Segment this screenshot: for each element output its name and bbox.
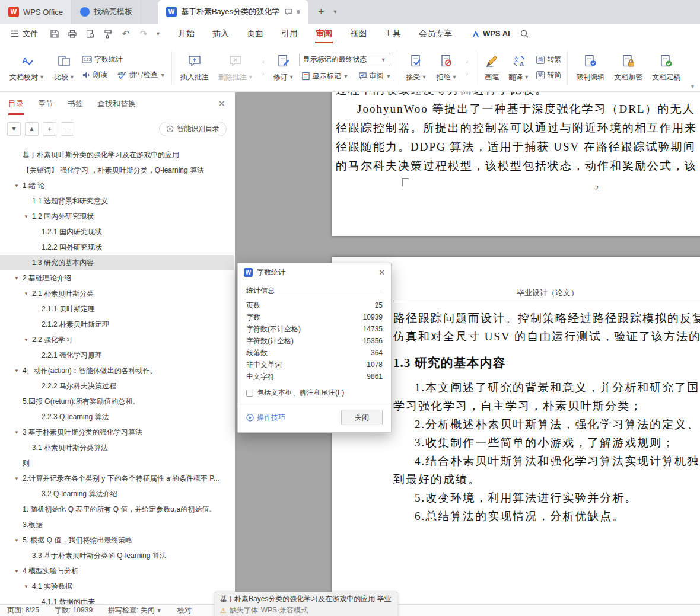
spell-check-button[interactable]: ABC 拼写检查 ▼ <box>114 69 168 81</box>
to-simplified-button[interactable]: 繁 转简 <box>534 69 564 81</box>
toc-collapse-icon[interactable]: ▼ <box>24 214 32 219</box>
toc-collapse-icon[interactable]: ▼ <box>24 291 32 296</box>
word-count-button[interactable]: 123 字数统计 <box>79 54 168 65</box>
previous-revision-icon[interactable]: ‹ <box>462 57 472 66</box>
toc-item[interactable]: 2.2.2 马尔科夫决策过程 <box>0 378 234 394</box>
toc-collapse-icon[interactable]: ▼ <box>14 430 23 435</box>
sidebar-tab-contents[interactable]: 目录 <box>8 92 24 115</box>
expand-all-button[interactable]: ▼ <box>7 122 21 136</box>
proofread-status[interactable]: 校对 <box>177 605 192 615</box>
word-count-indicator[interactable]: 字数: 10939 <box>55 605 93 615</box>
format-painter-icon[interactable] <box>102 28 114 40</box>
menu-membership[interactable]: 会员专享 <box>410 24 461 43</box>
menu-home[interactable]: 开始 <box>169 24 203 43</box>
menu-reference[interactable]: 引用 <box>272 24 307 43</box>
toc-item[interactable]: 1.1 选题背景和研究意义 <box>0 193 234 209</box>
previous-comment-icon[interactable]: ‹ <box>258 57 269 66</box>
file-menu-button[interactable]: 文件 <box>6 28 43 39</box>
menu-view[interactable]: 视图 <box>341 24 376 43</box>
markup-state-select[interactable]: 显示标记的最终状态 ▼ <box>299 53 390 66</box>
toc-item[interactable]: 5.回报 G(return):所有奖励值的总和。 <box>0 394 234 409</box>
toc-item[interactable]: ▼5. 根据 Q 值，我们将输出最终策略 <box>0 532 234 548</box>
redo-icon[interactable]: ↷ <box>138 28 149 40</box>
menu-page[interactable]: 页面 <box>238 24 272 43</box>
comment-bubble-icon[interactable] <box>285 8 292 16</box>
tab-document-active[interactable]: W 基于朴素Bayes分类的强化学 <box>158 0 308 24</box>
print-icon[interactable] <box>66 28 78 40</box>
toc-item[interactable]: 2.2.3 Q-learning 算法 <box>0 409 234 425</box>
doc-proofread-button[interactable]: A 文档校对▼ <box>5 50 49 85</box>
toc-item[interactable]: ▼3 基于朴素贝叶斯分类的强化学习算法 <box>0 425 234 440</box>
checkbox-unchecked[interactable] <box>246 390 253 397</box>
smart-identify-toc-button[interactable]: 智能识别目录 <box>159 122 227 136</box>
new-tab-button[interactable]: + <box>318 7 324 17</box>
sidebar-tab-find-replace[interactable]: 查找和替换 <box>97 92 136 115</box>
sidebar-close-icon[interactable]: ✕ <box>218 98 225 109</box>
menu-tools[interactable]: 工具 <box>376 24 410 43</box>
next-comment-icon[interactable]: › <box>258 69 269 78</box>
wps-ai-button[interactable]: WPS AI <box>472 29 510 38</box>
undo-icon[interactable]: ↶ <box>120 28 132 40</box>
include-textbox-checkbox-row[interactable]: 包括文本框、脚注和尾注(F) <box>246 388 383 398</box>
encrypt-doc-button[interactable]: 文档加密 <box>609 50 647 85</box>
toc-collapse-icon[interactable]: ▼ <box>14 569 23 574</box>
menu-review-active[interactable]: 审阅 <box>307 24 341 43</box>
delete-comment-button[interactable]: 删除批注▼ <box>214 50 258 85</box>
search-icon[interactable] <box>520 29 529 39</box>
toc-item[interactable]: ▼1.2 国内外研究现状 <box>0 209 234 224</box>
toc-collapse-icon[interactable]: ▼ <box>14 276 23 281</box>
dialog-title-bar[interactable]: W 字数统计 ✕ <box>238 263 391 281</box>
toc-item[interactable]: ▼2.计算并记录在各个类别 y 下的各个特征属性 a 的条件概率 P... <box>0 471 234 486</box>
close-dialog-button[interactable]: 关闭 <box>341 410 383 425</box>
toc-item[interactable]: 3.根据 <box>0 517 234 532</box>
toc-item[interactable]: 3.3 基于朴素贝叶斯分类的 Q-learning 算法 <box>0 548 234 563</box>
toc-item[interactable]: ▼1 绪 论 <box>0 178 234 193</box>
toc-item[interactable]: 1.3 研究的基本内容 <box>0 255 234 270</box>
track-changes-button[interactable]: 修订▼ <box>269 50 299 85</box>
tab-list-dropdown-icon[interactable]: ▼ <box>333 9 338 15</box>
toc-item[interactable]: ▼2.1 朴素贝叶斯分类 <box>0 286 234 301</box>
restrict-editing-button[interactable]: 限制编辑 <box>571 50 609 85</box>
toc-item[interactable]: ▼4.1 实验数据 <box>0 579 234 594</box>
ribbon-collapse-icon[interactable]: ▼ <box>690 84 695 90</box>
zoom-in-outline-button[interactable]: ＋ <box>43 122 56 136</box>
toc-item[interactable]: 2.1.2 朴素贝叶斯定理 <box>0 317 234 332</box>
review-mode-button[interactable]: 审阅 ▼ <box>356 71 394 82</box>
toc-item[interactable]: 3.1 朴素贝叶斯分类算法 <box>0 440 234 455</box>
toc-item[interactable]: 1.2.1 国内研究现状 <box>0 224 234 240</box>
translate-button[interactable]: 文A 翻译▼ <box>504 50 534 85</box>
print-preview-icon[interactable] <box>84 28 96 40</box>
toc-item[interactable]: ▼4 模型实验与分析 <box>0 563 234 579</box>
insert-comment-button[interactable]: 插入批注 <box>176 50 214 85</box>
zoom-out-outline-button[interactable]: － <box>61 122 74 136</box>
toc-item[interactable]: 则 <box>0 455 234 471</box>
tab-template[interactable]: 找稿壳模板 <box>72 0 141 24</box>
quick-access-dropdown-icon[interactable]: ▼ <box>155 31 161 37</box>
tab-wps-office[interactable]: W WPS Office <box>0 0 72 24</box>
toc-item[interactable]: 1.2.2 国外研究现状 <box>0 240 234 255</box>
toc-collapse-icon[interactable]: ▼ <box>24 584 32 589</box>
collapse-all-button[interactable]: ▲ <box>25 122 39 136</box>
toc-collapse-icon[interactable]: ▼ <box>14 476 23 481</box>
page-indicator[interactable]: 页面: 8/25 <box>7 605 39 615</box>
toc-item[interactable]: 基于朴素贝叶斯分类的强化学习及在游戏中的应用 <box>0 147 234 162</box>
toc-collapse-icon[interactable]: ▼ <box>14 368 23 374</box>
toc-collapse-icon[interactable]: ▼ <box>14 183 23 189</box>
document-page-2[interactable]: 过程中的收敛速度等方面进行了比较。JoohyunWoo 等提出了一种基于深度强化… <box>332 92 700 236</box>
toc-item[interactable]: ▼2.2 强化学习 <box>0 332 234 347</box>
next-revision-icon[interactable]: › <box>462 69 472 78</box>
toc-item[interactable]: 【关键词】 强化学习 ，朴素贝叶斯分类，Q-learning 算法 <box>0 162 234 178</box>
toc-collapse-icon[interactable]: ▼ <box>24 337 32 343</box>
toc-item[interactable]: ▼2 基础理论介绍 <box>0 270 234 286</box>
dialog-close-icon[interactable]: ✕ <box>378 268 385 277</box>
read-aloud-button[interactable]: 朗读 <box>79 69 110 81</box>
ink-pen-button[interactable]: 画笔 <box>480 50 504 85</box>
sidebar-tab-bookmarks[interactable]: 书签 <box>68 92 83 115</box>
toc-item[interactable]: 4.1.1 数据的由来 <box>0 594 234 604</box>
menu-insert[interactable]: 插入 <box>203 24 238 43</box>
toc-item[interactable]: 1. 随机初始化 Q 表里的所有 Q 值，并给定参数α,a的初始值。 <box>0 502 234 517</box>
tips-link[interactable]: 操作技巧 <box>246 413 285 423</box>
save-icon[interactable] <box>49 28 61 40</box>
compare-button[interactable]: 比较▼ <box>49 50 79 85</box>
spell-check-status[interactable]: 拼写检查: 关闭▼ <box>108 605 162 615</box>
